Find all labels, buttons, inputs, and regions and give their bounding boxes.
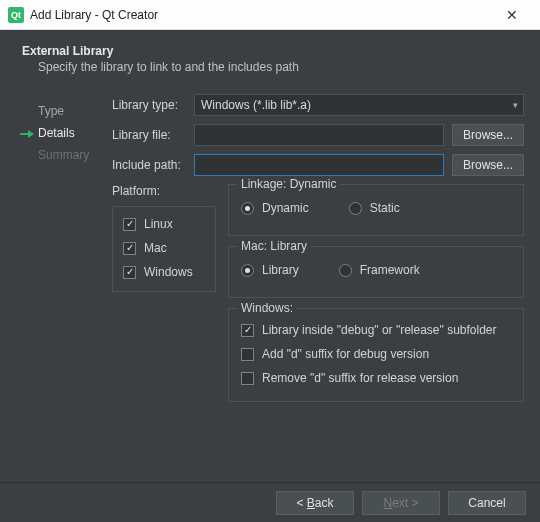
window-title: Add Library - Qt Creator xyxy=(30,8,492,22)
platform-label: Platform: xyxy=(112,184,216,198)
qt-creator-icon: Qt xyxy=(8,7,24,23)
mac-framework-label: Framework xyxy=(360,263,420,277)
checkbox-icon xyxy=(123,242,136,255)
step-type-label: Type xyxy=(38,104,64,118)
mac-library-title: Mac: Library xyxy=(237,239,311,253)
step-details[interactable]: Details xyxy=(16,122,112,144)
checkbox-icon xyxy=(241,348,254,361)
linkage-dynamic-label: Dynamic xyxy=(262,201,309,215)
mac-framework-radio[interactable]: Framework xyxy=(339,263,420,277)
platform-windows-label: Windows xyxy=(144,265,193,279)
win-add-d-checkbox[interactable]: Add "d" suffix for debug version xyxy=(241,347,511,361)
platform-windows-checkbox[interactable]: Windows xyxy=(123,265,205,279)
linkage-title: Linkage: Dynamic xyxy=(237,177,340,191)
library-type-combo[interactable] xyxy=(194,94,524,116)
win-remove-d-checkbox[interactable]: Remove "d" suffix for release version xyxy=(241,371,511,385)
checkbox-icon xyxy=(241,372,254,385)
mac-library-group: Mac: Library Library Framework xyxy=(228,246,524,298)
linkage-dynamic-radio[interactable]: Dynamic xyxy=(241,201,309,215)
win-remove-d-label: Remove "d" suffix for release version xyxy=(262,371,458,385)
include-path-input[interactable] xyxy=(194,154,444,176)
dialog-content: External Library Specify the library to … xyxy=(0,30,540,482)
step-summary: Summary xyxy=(16,144,112,166)
titlebar: Qt Add Library - Qt Creator ✕ xyxy=(0,0,540,30)
windows-group: Windows: Library inside "debug" or "rele… xyxy=(228,308,524,402)
form-area: Library type: ▾ Library file: Browse... … xyxy=(112,94,524,412)
platform-mac-checkbox[interactable]: Mac xyxy=(123,241,205,255)
next-button[interactable]: Next > xyxy=(362,491,440,515)
platform-mac-label: Mac xyxy=(144,241,167,255)
page-subtitle: Specify the library to link to and the i… xyxy=(38,60,524,74)
page-title: External Library xyxy=(22,44,524,58)
arrow-icon xyxy=(20,128,34,138)
step-type[interactable]: Type xyxy=(16,100,112,122)
platform-group: Linux Mac Windows xyxy=(112,206,216,292)
radio-icon xyxy=(349,202,362,215)
radio-icon xyxy=(339,264,352,277)
browse-include-path-button[interactable]: Browse... xyxy=(452,154,524,176)
win-add-d-label: Add "d" suffix for debug version xyxy=(262,347,429,361)
win-subfolder-label: Library inside "debug" or "release" subf… xyxy=(262,323,497,337)
library-type-label: Library type: xyxy=(112,98,194,112)
mac-library-label: Library xyxy=(262,263,299,277)
radio-icon xyxy=(241,202,254,215)
step-details-label: Details xyxy=(38,126,75,140)
checkbox-icon xyxy=(123,266,136,279)
wizard-steps: Type Details Summary xyxy=(16,94,112,412)
linkage-static-radio[interactable]: Static xyxy=(349,201,400,215)
library-file-input[interactable] xyxy=(194,124,444,146)
windows-group-title: Windows: xyxy=(237,301,297,315)
cancel-button[interactable]: Cancel xyxy=(448,491,526,515)
mac-library-radio[interactable]: Library xyxy=(241,263,299,277)
back-button[interactable]: < Back xyxy=(276,491,354,515)
dialog-footer: < Back Next > Cancel xyxy=(0,482,540,522)
include-path-label: Include path: xyxy=(112,158,194,172)
checkbox-icon xyxy=(123,218,136,231)
platform-linux-checkbox[interactable]: Linux xyxy=(123,217,205,231)
close-icon[interactable]: ✕ xyxy=(492,0,532,30)
library-file-label: Library file: xyxy=(112,128,194,142)
win-subfolder-checkbox[interactable]: Library inside "debug" or "release" subf… xyxy=(241,323,511,337)
linkage-group: Linkage: Dynamic Dynamic Static xyxy=(228,184,524,236)
platform-linux-label: Linux xyxy=(144,217,173,231)
radio-icon xyxy=(241,264,254,277)
checkbox-icon xyxy=(241,324,254,337)
linkage-static-label: Static xyxy=(370,201,400,215)
browse-library-file-button[interactable]: Browse... xyxy=(452,124,524,146)
step-summary-label: Summary xyxy=(38,148,89,162)
